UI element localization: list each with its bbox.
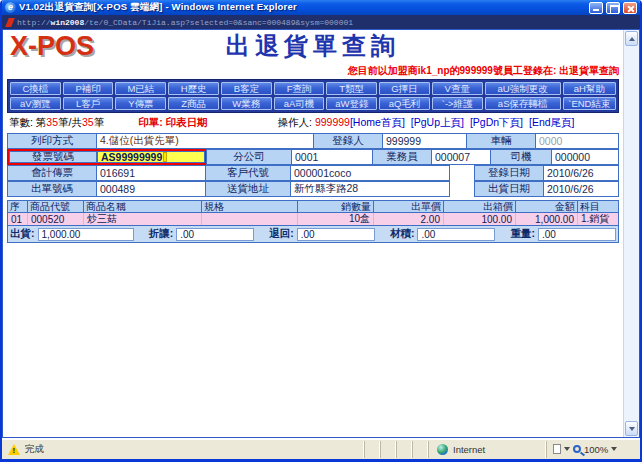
col-box-price: 出箱價 bbox=[444, 201, 516, 212]
button-customer-order[interactable]: B客定 bbox=[221, 82, 272, 95]
invoice-label: 發票號碼 bbox=[9, 151, 97, 163]
total-discount-value[interactable]: .00 bbox=[176, 228, 254, 241]
cell-seq: 01 bbox=[8, 213, 28, 225]
cell-sale-qty: 10盒 bbox=[298, 213, 374, 225]
branch-field[interactable]: 0001 bbox=[291, 149, 373, 165]
chevron-down-icon[interactable] bbox=[564, 447, 570, 451]
total-volume-value[interactable]: .00 bbox=[417, 228, 495, 241]
form-row-order-no: 出單號碼 000489 送貨地址 新竹縣李路28 出貨日期 2010/6/26 bbox=[7, 181, 619, 197]
record-current: 35 bbox=[46, 116, 58, 128]
page-mode-icon bbox=[553, 444, 561, 454]
button-check-qty[interactable]: V查量 bbox=[432, 82, 483, 95]
button-type[interactable]: T類型 bbox=[326, 82, 377, 95]
print-mode-field[interactable]: 4.儲位(出貨先單) bbox=[96, 133, 314, 149]
pager-links: [Home首頁] [PgUp上頁] [PgDn下頁] [End尾頁] bbox=[350, 116, 575, 130]
total-shipment: 出貨: 1,000.00 bbox=[10, 227, 134, 241]
button-profit[interactable]: aQ毛利 bbox=[379, 97, 430, 110]
chevron-down-icon[interactable] bbox=[611, 447, 617, 451]
total-return: 退回: .00 bbox=[254, 227, 375, 241]
invoice-field[interactable]: AS99999999 bbox=[97, 151, 205, 163]
col-sale-qty: 銷數量 bbox=[298, 201, 374, 212]
total-volume: 材積: .00 bbox=[375, 227, 496, 241]
scroll-down-button[interactable] bbox=[625, 421, 638, 436]
register-date-field[interactable]: 2010/6/26 bbox=[543, 165, 619, 181]
item-row[interactable]: 01 000520 炒三菇 10盒 2.00 100.00 1,000.00 1… bbox=[7, 213, 619, 226]
cell-unit-price: 2.00 bbox=[374, 213, 444, 225]
button-end[interactable]: `END結束 bbox=[563, 97, 616, 110]
button-voucher[interactable]: Y傳票 bbox=[115, 97, 166, 110]
total-weight-value[interactable]: .00 bbox=[538, 228, 616, 241]
total-return-value[interactable]: .00 bbox=[297, 228, 375, 241]
address-bar[interactable]: http://win2008/te/0_CData/TiJia.asp?sele… bbox=[2, 15, 640, 29]
status-pane-main: 完成 bbox=[4, 443, 364, 456]
button-driver[interactable]: aA司機 bbox=[274, 97, 325, 110]
status-pane-zoom: 100% bbox=[546, 441, 638, 458]
maximize-button[interactable] bbox=[606, 2, 620, 14]
button-product[interactable]: Z商品 bbox=[168, 97, 219, 110]
link-pgup[interactable]: [PgUp上頁] bbox=[411, 116, 464, 130]
status-pane-empty bbox=[380, 441, 396, 458]
items-table: 序 商品代號 商品名稱 規格 銷數量 出單價 出箱價 金額 科目 01 0005… bbox=[7, 200, 619, 243]
record-count: 筆數: 第35筆/共35筆 bbox=[9, 116, 104, 130]
browser-window: V1.02出退貨查詢[X-POS 雲端網] - Windows Internet… bbox=[0, 0, 642, 462]
form-row-voucher: 會計傳票 016691 客戶代號 000001coco 登錄日期 2010/6/… bbox=[7, 165, 619, 181]
vehicle-label: 車輛 bbox=[466, 133, 536, 149]
voucher-label: 會計傳票 bbox=[7, 165, 97, 181]
register-date-label: 登錄日期 bbox=[474, 165, 544, 181]
total-return-label: 退回: bbox=[269, 227, 294, 241]
ship-date-field[interactable]: 2010/6/26 bbox=[543, 181, 619, 197]
button-closed[interactable]: M已結 bbox=[115, 82, 166, 95]
button-query[interactable]: F查詢 bbox=[274, 82, 325, 95]
button-sales[interactable]: W業務 bbox=[221, 97, 272, 110]
url-path: /te/0_CData/TiJia.asp?selected=0&sanc=00… bbox=[84, 18, 353, 27]
customer-code-field[interactable]: 000001coco bbox=[290, 165, 450, 181]
zone-text: Internet bbox=[453, 444, 485, 455]
salesman-label: 業務員 bbox=[372, 149, 432, 165]
page: X-POS 出退貨單查詢 您目前以加盟商ik1_np的999999號員工登錄在:… bbox=[3, 30, 623, 437]
print-hint: 印單: 印表日期 bbox=[138, 116, 207, 130]
voucher-field[interactable]: 016691 bbox=[96, 165, 206, 181]
total-shipment-value[interactable]: 1,000.00 bbox=[38, 228, 134, 241]
salesman-field[interactable]: 000007 bbox=[431, 149, 491, 165]
button-browse[interactable]: aV瀏覽 bbox=[10, 97, 61, 110]
link-home[interactable]: [Home首頁] bbox=[350, 116, 405, 130]
ie-icon bbox=[5, 2, 16, 13]
text-cursor bbox=[163, 152, 167, 162]
button-help[interactable]: aH幫助 bbox=[563, 82, 616, 95]
cell-spec bbox=[202, 213, 298, 225]
record-total: 35 bbox=[82, 116, 94, 128]
button-save-transfer[interactable]: aS保存轉檔 bbox=[485, 97, 561, 110]
delivery-address-label: 送貨地址 bbox=[205, 181, 291, 197]
vertical-scrollbar[interactable] bbox=[623, 30, 639, 437]
driver-field[interactable]: 000000 bbox=[551, 149, 619, 165]
status-text: 完成 bbox=[25, 443, 44, 456]
url-scheme: http:// bbox=[17, 18, 51, 27]
button-maintain[interactable]: `->維護 bbox=[432, 97, 483, 110]
link-pgdn[interactable]: [PgDn下頁] bbox=[470, 116, 523, 130]
total-discount: 折讓: .00 bbox=[134, 227, 255, 241]
branch-label: 分公司 bbox=[206, 149, 292, 165]
button-history[interactable]: H歷史 bbox=[168, 82, 219, 95]
close-button[interactable] bbox=[623, 2, 637, 14]
link-end[interactable]: [End尾頁] bbox=[529, 116, 575, 130]
button-customer[interactable]: L客戶 bbox=[63, 97, 114, 110]
button-register[interactable]: aW登錄 bbox=[326, 97, 377, 110]
total-weight-label: 重量: bbox=[511, 227, 536, 241]
button-pick-date[interactable]: G擇日 bbox=[379, 82, 430, 95]
button-change-file[interactable]: C換檔 bbox=[10, 82, 61, 95]
order-no-field[interactable]: 000489 bbox=[96, 181, 206, 197]
content-frame: X-POS 出退貨單查詢 您目前以加盟商ik1_np的999999號員工登錄在:… bbox=[2, 29, 640, 438]
cell-account: 1.銷貨 bbox=[578, 213, 618, 225]
delivery-address-field[interactable]: 新竹縣李路28 bbox=[290, 181, 450, 197]
registrant-field[interactable]: 999999 bbox=[382, 133, 467, 149]
minimize-button[interactable] bbox=[589, 2, 603, 14]
zoom-level[interactable]: 100% bbox=[584, 444, 608, 455]
arrow-up-icon bbox=[629, 37, 635, 41]
vehicle-field[interactable]: 0000 bbox=[535, 133, 619, 149]
col-spec: 規格 bbox=[202, 201, 298, 212]
button-force-edit[interactable]: aU強制更改 bbox=[485, 82, 561, 95]
button-reprint[interactable]: P補印 bbox=[63, 82, 114, 95]
scroll-up-button[interactable] bbox=[625, 31, 638, 46]
operator-value: 999999 bbox=[315, 116, 350, 128]
title-bar: V1.02出退貨查詢[X-POS 雲端網] - Windows Internet… bbox=[2, 0, 640, 15]
